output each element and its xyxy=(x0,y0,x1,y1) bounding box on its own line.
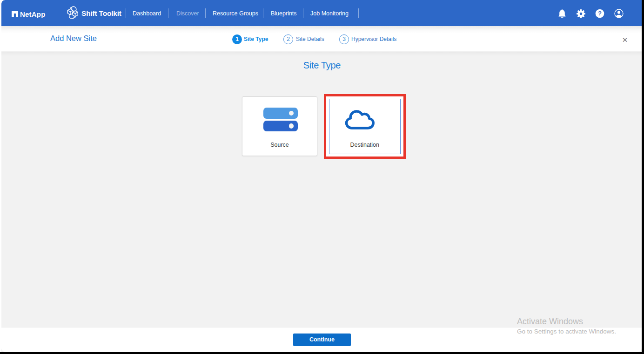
svg-text:?: ? xyxy=(598,10,602,17)
